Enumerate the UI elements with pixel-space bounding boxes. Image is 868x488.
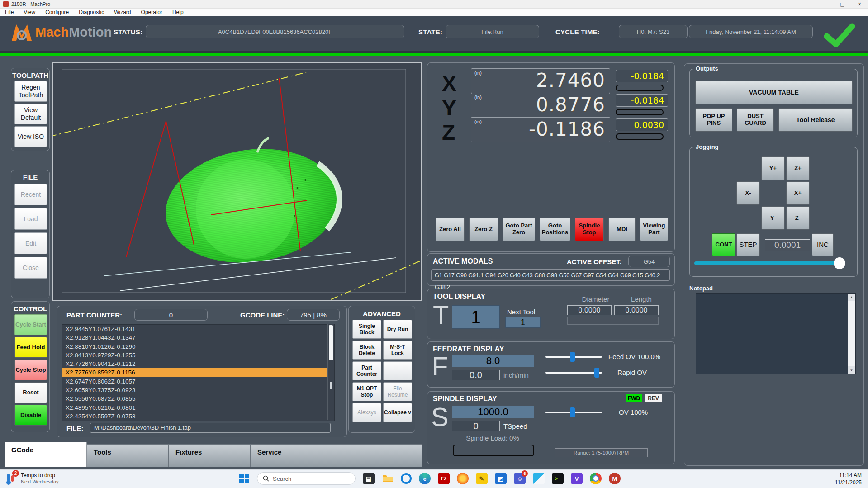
scroll-down-icon[interactable]: ▼ — [848, 366, 855, 374]
spindle-stop-button[interactable]: Spindle Stop — [575, 218, 604, 241]
photos-icon[interactable] — [533, 473, 545, 484]
blue-app-icon[interactable]: ◩ — [495, 473, 507, 484]
reset-button[interactable]: Reset — [14, 382, 47, 403]
scroll-up-icon[interactable]: ▲ — [848, 294, 855, 301]
jog-x-plus-button[interactable]: X+ — [786, 181, 810, 205]
menu-configure[interactable]: Configure — [40, 9, 74, 15]
jog-inc-button[interactable]: INC — [812, 233, 834, 256]
minimize-button[interactable]: – — [816, 0, 834, 8]
disable-button[interactable]: Disable — [14, 405, 47, 426]
collapse-button[interactable]: Collapse v — [383, 403, 412, 422]
cycle-stop-button[interactable]: Cycle Stop — [14, 360, 47, 380]
feed-ov-slider-thumb[interactable] — [570, 352, 575, 362]
feed-ov-slider[interactable] — [545, 356, 602, 358]
gcode-listbox[interactable]: X2.9445Y1.0761Z-0.1431 X2.9128Y1.0443Z-0… — [62, 324, 335, 421]
alexsys-button[interactable]: Alexsys — [352, 403, 381, 422]
cycle-start-button[interactable]: Cycle Start — [14, 314, 47, 335]
toolpath-viewport[interactable] — [52, 62, 422, 301]
file-load-button[interactable]: Load — [14, 208, 47, 230]
v-app-icon[interactable]: V — [571, 473, 583, 484]
rapid-ov-slider-thumb[interactable] — [594, 368, 599, 378]
mst-lock-button[interactable]: M-S-T Lock — [383, 341, 412, 360]
jog-z-plus-button[interactable]: Z+ — [786, 156, 810, 180]
menu-view[interactable]: View — [19, 9, 40, 15]
dust-guard-button[interactable]: DUST GUARD — [737, 108, 774, 132]
jog-y-plus-button[interactable]: Y+ — [761, 156, 785, 180]
tool-release-button[interactable]: Tool Release — [778, 108, 853, 132]
regen-toolpath-button[interactable]: Regen ToolPath — [14, 81, 47, 102]
jog-speed-slider[interactable] — [694, 261, 840, 265]
chrome-icon[interactable] — [590, 473, 602, 484]
file-resume-button[interactable]: File Resume — [383, 382, 412, 401]
goto-positions-button[interactable]: Goto Positions — [540, 218, 570, 241]
spindle-ov-slider[interactable] — [545, 412, 602, 413]
menu-diagnostic[interactable]: Diagnostic — [74, 9, 109, 15]
start-button[interactable] — [239, 473, 250, 484]
tab-fixtures[interactable]: Fixtures — [169, 444, 251, 467]
jog-increment-field[interactable]: 0.0001 — [765, 239, 810, 251]
blank-button[interactable] — [383, 361, 412, 380]
single-block-button[interactable]: Single Block — [352, 320, 381, 339]
jog-z-minus-button[interactable]: Z- — [786, 206, 810, 230]
jog-y-minus-button[interactable]: Y- — [761, 206, 785, 230]
zero-z-button[interactable]: Zero Z — [469, 218, 498, 241]
gcode-line[interactable]: X2.6747Y0.8062Z-0.1057 — [62, 377, 334, 386]
gcode-line[interactable]: X2.9128Y1.0443Z-0.1347 — [62, 333, 334, 342]
gcode-line-active[interactable]: X2.7276Y0.8592Z-0.1156 — [62, 368, 334, 377]
file-recent-button[interactable]: Recent — [14, 184, 47, 205]
jog-step-button[interactable]: STEP — [736, 233, 760, 256]
view-default-button[interactable]: View Default — [14, 104, 47, 124]
menu-operator[interactable]: Operator — [136, 9, 167, 15]
gcode-line[interactable]: X2.7726Y0.9041Z-0.1212 — [62, 360, 334, 368]
tab-tools[interactable]: Tools — [87, 444, 169, 467]
taskbar-weather-widget[interactable]: 2 Temps to drop Next Wednesday — [5, 472, 59, 485]
machmotion-taskbar-icon[interactable]: M — [609, 473, 621, 484]
outlook-ring-icon[interactable] — [401, 473, 412, 484]
file-path-field[interactable]: M:\Dashboard\Devon\3D Finish 1.tap — [90, 423, 331, 433]
chat-app-icon[interactable]: ☺ 6 — [514, 473, 526, 484]
close-button[interactable]: ✕ — [851, 0, 868, 8]
terminal-icon[interactable]: >_ — [552, 473, 564, 484]
file-edit-button[interactable]: Edit — [14, 232, 47, 254]
edge-browser-icon[interactable]: e — [419, 473, 431, 484]
dry-run-button[interactable]: Dry Run — [383, 320, 412, 339]
gcode-scrollbar-thumb[interactable] — [329, 325, 333, 360]
gcode-line[interactable]: X2.4895Y0.6210Z-0.0801 — [62, 403, 334, 412]
menu-file[interactable]: File — [0, 9, 19, 15]
goto-part-zero-button[interactable]: Goto Part Zero — [503, 218, 535, 241]
block-delete-button[interactable]: Block Delete — [352, 341, 381, 360]
part-counter-button[interactable]: Part Counter — [352, 361, 381, 380]
feed-hold-button[interactable]: Feed Hold — [14, 337, 47, 358]
m1-opt-stop-button[interactable]: M1 OPT Stop — [352, 382, 381, 401]
jog-cont-button[interactable]: CONT — [712, 233, 735, 256]
mdi-button[interactable]: MDI — [608, 218, 636, 241]
vacuum-table-button[interactable]: VACUUM TABLE — [695, 81, 853, 104]
spindle-fwd-badge[interactable]: FWD — [626, 394, 642, 402]
gcode-line[interactable]: X2.5556Y0.6872Z-0.0855 — [62, 394, 334, 403]
taskbar-clock[interactable]: 11:14 AM 11/21/2025 — [835, 472, 862, 486]
pop-up-pins-button[interactable]: POP UP PINS — [695, 108, 732, 132]
jog-speed-slider-knob[interactable] — [834, 257, 845, 269]
gcode-line[interactable]: X2.6059Y0.7375Z-0.0923 — [62, 386, 334, 394]
gcode-line[interactable]: X2.4254Y0.5597Z-0.0758 — [62, 412, 334, 421]
spindle-rev-badge[interactable]: REV — [645, 394, 662, 402]
filezilla-icon[interactable]: FZ — [438, 473, 450, 484]
search-box[interactable]: Search — [257, 472, 356, 485]
file-close-button[interactable]: Close — [14, 257, 47, 279]
maximize-button[interactable]: ▢ — [834, 0, 851, 8]
firefox-icon[interactable] — [457, 473, 469, 484]
notepad-scrollbar[interactable]: ▲ ▼ — [848, 294, 855, 374]
gcode-line[interactable]: X2.9445Y1.0761Z-0.1431 — [62, 325, 334, 333]
view-iso-button[interactable]: View ISO — [14, 126, 47, 147]
file-explorer-icon[interactable] — [382, 473, 394, 484]
gcode-line[interactable]: X2.8810Y1.0126Z-0.1290 — [62, 342, 334, 351]
tab-gcode[interactable]: GCode — [5, 442, 87, 467]
rapid-ov-slider[interactable] — [545, 372, 602, 374]
tab-service[interactable]: Service — [251, 444, 332, 467]
gcode-line[interactable]: X2.8413Y0.9729Z-0.1255 — [62, 351, 334, 360]
notepad-textarea[interactable]: ▲ ▼ — [696, 293, 856, 374]
viewing-part-button[interactable]: Viewing Part — [640, 218, 668, 241]
menu-wizard[interactable]: Wizard — [109, 9, 136, 15]
spindle-ov-slider-thumb[interactable] — [570, 407, 575, 417]
gcode-scrollbar[interactable] — [327, 324, 334, 420]
